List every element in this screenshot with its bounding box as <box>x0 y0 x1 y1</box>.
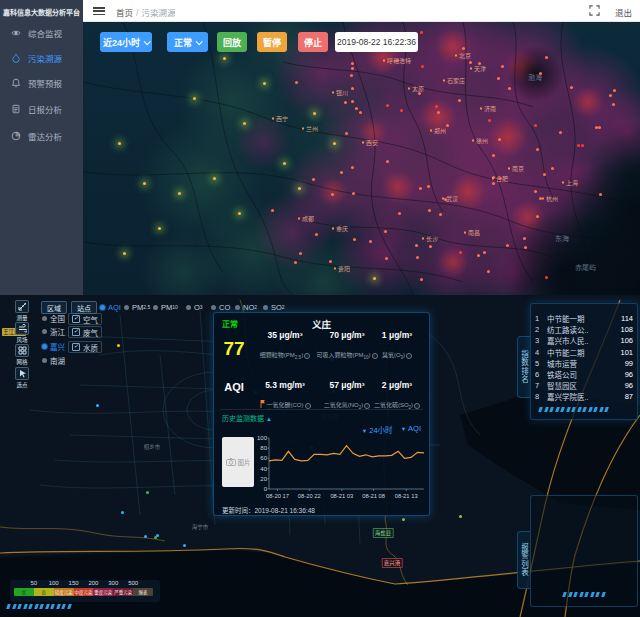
station-type-air[interactable]: ✓空气 <box>68 313 102 325</box>
pagination-dashes[interactable] <box>539 407 611 412</box>
sidebar-item-pollution-trace[interactable]: 污染溯源 <box>0 48 83 68</box>
tool-measure[interactable]: 测量 <box>14 300 30 322</box>
svg-text:08-21 08: 08-21 08 <box>362 493 385 499</box>
alarm-list-panel <box>530 495 638 607</box>
station-detail-popup: 正常 义庄 77 AQI 35 μg/m³ 70 μg/m³ 1 μg/m³ 细… <box>213 312 430 516</box>
checkbox-checked-icon: ✓ <box>72 315 80 323</box>
pollutant-o3[interactable]: O3 <box>186 301 203 313</box>
chevron-down-icon <box>196 38 203 45</box>
app-title: 嘉科信息大数据分析平台 <box>0 0 83 17</box>
ranking-row[interactable]: 1中节能一期114 <box>535 313 633 324</box>
ranking-row[interactable]: 8嘉兴学院医..87 <box>535 391 633 402</box>
mode-select[interactable]: 正常 <box>167 32 208 52</box>
sidebar-item-radar[interactable]: 雷达分析 <box>0 126 83 146</box>
pagination-dashes[interactable] <box>563 592 607 597</box>
info-icon: i <box>304 353 310 359</box>
region-option-jiaxing[interactable]: 嘉兴 <box>42 340 65 352</box>
topbar: 首页/污染溯源 退出 <box>83 0 640 22</box>
rank-name: 城市运营 <box>547 358 611 369</box>
ranking-row[interactable]: 3嘉兴市人民..106 <box>535 335 633 346</box>
menu-toggle-icon[interactable] <box>93 7 105 16</box>
aqi-value: 77 <box>214 338 254 360</box>
map-city-label: 南京 <box>508 164 524 173</box>
legend-segment: 中度污染 <box>74 588 94 596</box>
sidebar: 嘉科信息大数据分析平台 综合监视 污染溯源 预警预报 日报分析 雷达分析 <box>0 0 83 295</box>
map-city-label: 北京 <box>455 51 471 60</box>
ranking-row[interactable]: 2纺工路读公..108 <box>535 324 633 335</box>
checkbox-checked-icon: ✓ <box>72 328 80 336</box>
rank-name: 嘉兴市人民.. <box>547 335 611 346</box>
ranking-row[interactable]: 4中节能二期101 <box>535 347 633 358</box>
stop-button[interactable]: 停止 <box>298 32 328 52</box>
pollutant-aqi[interactable]: AQI <box>100 301 121 313</box>
breadcrumb-current: 污染溯源 <box>141 8 175 18</box>
playback-button[interactable]: 回放 <box>217 32 247 52</box>
legend-tick: 50 <box>31 580 38 586</box>
ranking-row[interactable]: 7智慧园区96 <box>535 380 633 391</box>
ranking-row[interactable]: 5城市运营99 <box>535 358 633 369</box>
info-icon: i <box>406 353 412 359</box>
station-type-water[interactable]: ✓水质 <box>68 341 102 353</box>
region-option-province[interactable]: 浙江 <box>42 325 65 337</box>
ranking-tab[interactable]: 指数排名 <box>517 336 530 398</box>
tool-wind[interactable]: 风场 <box>14 322 30 344</box>
svg-text:08-20 17: 08-20 17 <box>266 493 289 499</box>
map-city-label: 南昌 <box>464 228 480 237</box>
time-range-select[interactable]: 近24小时 <box>100 32 152 52</box>
map-city-label: 太原 <box>408 84 424 93</box>
ranking-row[interactable]: 6铁塔公司96 <box>535 369 633 380</box>
svg-text:08-21 03: 08-21 03 <box>330 493 353 499</box>
breadcrumb-home[interactable]: 首页 <box>116 8 133 18</box>
logout-button[interactable]: 退出 <box>615 6 632 18</box>
pollutant-pm25[interactable]: PM2.5 <box>124 301 150 313</box>
svg-text:40: 40 <box>260 466 267 472</box>
map-city-label: 天津 <box>470 64 486 73</box>
sea-label: 渤海 <box>528 72 542 82</box>
rank-value: 96 <box>611 370 633 379</box>
pollutant-pm10[interactable]: PM10 <box>153 301 178 313</box>
rank-value: 101 <box>611 348 633 357</box>
pause-button[interactable]: 暂停 <box>257 32 287 52</box>
datetime-display: 2019-08-22 16:22:36 <box>335 32 418 52</box>
rank-name: 纺工路读公.. <box>547 324 611 335</box>
station-type-gas[interactable]: ✓废气 <box>68 326 102 338</box>
svg-text:08-20 22: 08-20 22 <box>298 493 321 499</box>
region-option-nanhu[interactable]: 南湖 <box>42 354 65 366</box>
map-area-label: 海盐县 <box>373 528 394 538</box>
tool-grid[interactable]: 网格 <box>14 344 30 366</box>
map-city-label: 杭州 <box>542 194 558 203</box>
svg-text:0: 0 <box>264 486 268 492</box>
sidebar-item-warning[interactable]: 预警预报 <box>0 73 83 93</box>
map-city-label: 石家庄 <box>443 76 465 85</box>
tool-pick[interactable]: 选点 <box>14 367 30 389</box>
fullscreen-icon[interactable] <box>589 5 600 16</box>
sidebar-item-label: 污染溯源 <box>28 52 62 64</box>
rank-number: 2 <box>535 325 547 334</box>
drop-icon <box>11 53 21 63</box>
info-icon: i <box>305 403 311 409</box>
pollution-heatmap[interactable]: 北京天津呼和浩特石家庄太原济南郑州西安徐州南京上海杭州合肥武汉长沙南昌重庆成都贵… <box>83 22 640 295</box>
info-icon: i <box>414 403 420 409</box>
legend-segment: 爆表 <box>133 588 153 596</box>
region-option-national[interactable]: 全国 <box>42 312 65 324</box>
pagination-dashes[interactable] <box>7 604 73 609</box>
history-data-link[interactable]: 历史监测数据 ▲ <box>222 413 272 423</box>
svg-text:20: 20 <box>260 476 267 482</box>
svg-text:08-21 13: 08-21 13 <box>395 493 418 499</box>
sidebar-item-daily-report[interactable]: 日报分析 <box>0 99 83 119</box>
rank-name: 中节能一期 <box>547 313 611 324</box>
map-city-label: 长沙 <box>422 234 438 243</box>
sidebar-item-monitor[interactable]: 综合监视 <box>0 23 83 43</box>
rank-value: 99 <box>611 359 633 368</box>
air-quality-map-section[interactable]: 海盐县嘉兴港平湖市桐乡市海宁市嘉善县王江泾镇 测量 风场 网格 选点 区域 站点… <box>0 295 640 617</box>
alarm-list-tab[interactable]: 报警列表 <box>517 531 530 589</box>
rank-number: 7 <box>535 381 547 390</box>
map-city-label: 贵阳 <box>334 264 350 273</box>
map-city-label: 武汉 <box>442 194 458 203</box>
sea-overlay <box>83 22 640 295</box>
update-time: 更新时间：2019-08-21 16:36:48 <box>222 505 315 515</box>
radar-icon <box>11 131 21 141</box>
map-city-label: 济南 <box>480 104 496 113</box>
map-city-label: 合肥 <box>492 174 508 183</box>
map-city-label: 上海 <box>562 178 578 187</box>
